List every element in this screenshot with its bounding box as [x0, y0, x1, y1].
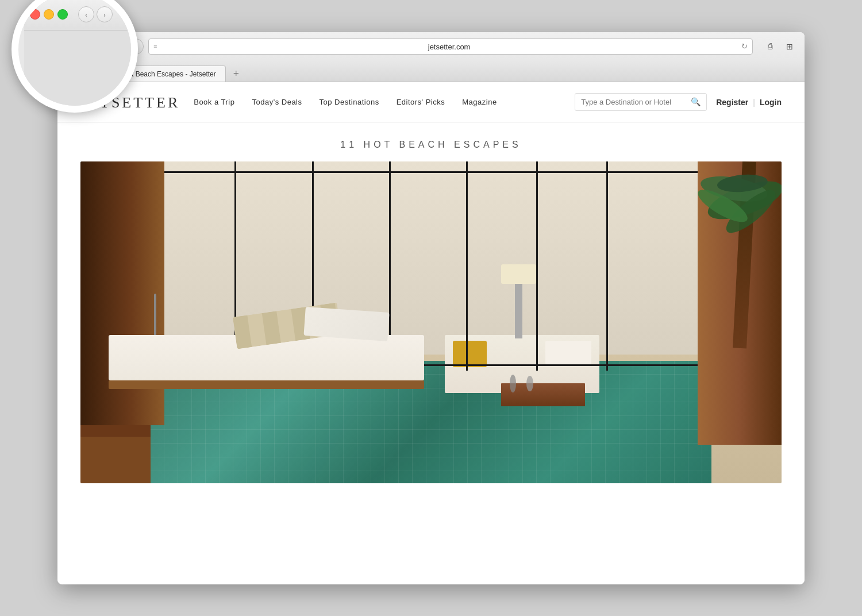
address-bar[interactable]: ≡ jetsetter.com ↻ [148, 38, 753, 55]
white-pillow [304, 307, 390, 341]
search-bar[interactable]: 🔍 [575, 93, 707, 111]
magnifier-nav: ‹ › [78, 6, 113, 22]
palm-leaves [641, 161, 782, 268]
nav-top-destinations[interactable]: Top Destinations [320, 98, 379, 106]
magnifier-minimize-btn[interactable] [44, 9, 54, 20]
new-tab-button[interactable]: + [228, 66, 244, 82]
hero-image [80, 161, 782, 483]
nightstand [501, 383, 585, 406]
magnifier-content: ‹ › [24, 0, 138, 113]
site-nav: Book a Trip Today's Deals Top Destinatio… [194, 98, 497, 106]
glass-frame-4 [466, 161, 468, 371]
title-bar: ‹ › ≡ jetsetter.com ↻ ⎙ ⊞ [57, 32, 805, 61]
register-link[interactable]: Register [716, 98, 748, 107]
auth-links: Register | Login [716, 98, 782, 107]
magnifier-forward-btn[interactable]: › [97, 6, 113, 22]
bottle2 [526, 376, 533, 391]
hero-section: 11 HOT BEACH ESCAPES [57, 122, 805, 495]
hero-title: 11 HOT BEACH ESCAPES [80, 140, 782, 150]
daybed-frame [109, 380, 424, 390]
nav-todays-deals[interactable]: Today's Deals [252, 98, 302, 106]
share-button[interactable]: ⎙ [762, 38, 778, 55]
nav-book-trip[interactable]: Book a Trip [194, 98, 234, 106]
magnifier-maximize-btn[interactable] [57, 9, 68, 20]
website-content: JETSETTER Book a Trip Today's Deals Top … [57, 82, 805, 584]
magnifier-back-btn[interactable]: ‹ [78, 6, 94, 22]
browser-action-buttons: ⎙ ⊞ [762, 38, 798, 55]
step-top [80, 425, 151, 437]
header-right: 🔍 Register | Login [575, 93, 782, 111]
steps-platform [80, 425, 151, 483]
horizontal-frame-top [164, 171, 697, 173]
browser-window: ‹ › ‹ › ≡ jetsetter.com ↻ ⎙ ⊞ [57, 32, 805, 584]
white-pillows [545, 341, 592, 364]
magnifier-close-btn[interactable] [30, 9, 40, 20]
add-tab-button[interactable]: ⊞ [782, 38, 798, 55]
browser-chrome: ‹ › ≡ jetsetter.com ↻ ⎙ ⊞ 11 Hot Beach E… [57, 32, 805, 82]
nav-editors-picks[interactable]: Editors' Picks [397, 98, 445, 106]
magnifier-overlay: ‹ › [11, 0, 138, 113]
glass-frame-5 [536, 161, 538, 371]
reload-button[interactable]: ↻ [741, 42, 748, 51]
glass-frame-6 [606, 161, 608, 371]
auth-divider: | [753, 98, 755, 107]
search-input[interactable] [581, 98, 686, 106]
nav-magazine[interactable]: Magazine [462, 98, 497, 106]
address-bar-url: jetsetter.com [160, 43, 738, 51]
search-icon: 🔍 [691, 97, 701, 107]
magnifier-chrome: ‹ › [24, 0, 138, 30]
hero-scene [80, 161, 782, 483]
address-bar-lines-icon: ≡ [153, 43, 157, 50]
lamp-shade [501, 264, 536, 284]
lamp-pole [515, 280, 522, 338]
bottle1 [510, 375, 517, 392]
tab-bar: 11 Hot Beach Escapes - Jetsetter + [57, 61, 805, 82]
login-link[interactable]: Login [760, 98, 782, 107]
yellow-pillow [453, 341, 487, 367]
site-header: JETSETTER Book a Trip Today's Deals Top … [57, 82, 805, 122]
